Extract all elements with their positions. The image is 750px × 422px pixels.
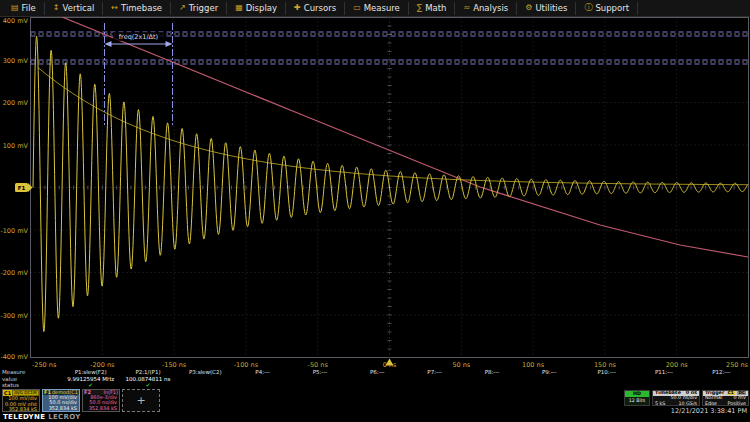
trace-descriptor-f1[interactable]: F1demod(C1)100 mV/div50.0 ns/div352,834 … bbox=[42, 389, 80, 412]
measure-header-p9[interactable]: P9:--- bbox=[521, 370, 578, 377]
menu-item-display[interactable]: ▦Display bbox=[227, 2, 286, 15]
zero-level-marker[interactable]: F1 bbox=[15, 183, 33, 192]
measure-header-p3[interactable]: P3:slew(C2) bbox=[177, 370, 234, 377]
timebase-samples: 5 kS bbox=[655, 402, 665, 406]
cursor-readout-label: freq(2x1/Δt) bbox=[119, 33, 158, 41]
x-axis-label: -150 ns bbox=[162, 361, 187, 369]
support-icon: ⓘ bbox=[584, 4, 592, 12]
cursors-icon: ✚ bbox=[294, 4, 301, 12]
menu-label: Display bbox=[246, 4, 277, 13]
arrowhead-right-icon bbox=[166, 41, 173, 47]
measure-status-p3 bbox=[177, 383, 234, 389]
timebase-rate: 10 GS/s bbox=[678, 402, 697, 406]
measure-status-p11 bbox=[635, 383, 692, 389]
utilities-icon: ⚙ bbox=[525, 4, 532, 12]
bottom-panel: MeasureP1:slew(F2)P2:1/(P1)P3:slew(C2)P4… bbox=[0, 370, 750, 422]
x-axis-label: -50 ns bbox=[308, 361, 329, 369]
trace-descriptor-c1[interactable]: C1AVG DC1M100 mV/div0.00 mV ofst352,834 … bbox=[2, 389, 40, 412]
trace-f1-envelope bbox=[38, 68, 748, 185]
x-axis-label: 250 ns bbox=[726, 361, 749, 369]
menu-item-trigger[interactable]: ↗Trigger bbox=[171, 2, 227, 15]
clock-timestamp: 12/21/2021 3:38:41 PM bbox=[671, 407, 747, 415]
menu-label: Measure bbox=[364, 4, 400, 13]
timebase-icon: ↔ bbox=[111, 4, 118, 12]
acquisition-row: HD 12 Bits Timebase 0 ns 50.0 ns/div 5 k… bbox=[624, 390, 749, 406]
svg-text:F1: F1 bbox=[18, 185, 26, 191]
brand-teledyne: TELEDYNE bbox=[3, 413, 45, 421]
menu-item-file[interactable]: ▤File bbox=[3, 2, 45, 15]
display-icon: ▦ bbox=[235, 4, 243, 12]
measure-status-p10 bbox=[578, 383, 635, 389]
vertical-icon: ↕ bbox=[53, 4, 60, 12]
measure-status-p7 bbox=[406, 383, 463, 389]
y-axis-label: -300 mV bbox=[0, 312, 28, 320]
measure-header-p6[interactable]: P6:--- bbox=[349, 370, 406, 377]
menu-item-analysis[interactable]: ≈Analysis bbox=[455, 2, 517, 15]
y-axis-label: 200 mV bbox=[3, 99, 29, 107]
add-trace-button[interactable]: + bbox=[122, 389, 160, 412]
measure-status-p6 bbox=[349, 383, 406, 389]
measure-header-p12[interactable]: P12:--- bbox=[693, 370, 750, 377]
measure-header-p1[interactable]: P1:slew(F2) bbox=[62, 370, 119, 377]
trigger-level: 0 mV bbox=[733, 396, 746, 401]
file-icon: ▤ bbox=[11, 4, 19, 12]
menu-item-timebase[interactable]: ↔Timebase bbox=[103, 2, 171, 15]
y-axis-label: 300 mV bbox=[3, 57, 29, 65]
trace-descriptor-f2[interactable]: F2ln(F1)860e-3/div50.0 ns/div352,834 kS bbox=[82, 389, 120, 412]
measure-status-p8 bbox=[463, 383, 520, 389]
y-axis-label: 400 mV bbox=[3, 17, 29, 25]
oscilloscope-screen: ▤File↕Vertical↔Timebase↗Trigger▦Display✚… bbox=[0, 0, 750, 422]
measure-header-p5[interactable]: P5:--- bbox=[291, 370, 348, 377]
menu-label: Trigger bbox=[189, 4, 218, 13]
menu-item-support[interactable]: ⓘSupport bbox=[576, 2, 638, 15]
measure-header-p2[interactable]: P2:1/(P1) bbox=[119, 370, 176, 377]
hd-mode-box[interactable]: HD 12 Bits bbox=[624, 390, 650, 406]
x-axis-label: -200 ns bbox=[90, 361, 115, 369]
menu-label: Utilities bbox=[535, 4, 567, 13]
x-axis-label: 100 ns bbox=[522, 361, 545, 369]
measure-table: MeasureP1:slew(F2)P2:1/(P1)P3:slew(C2)P4… bbox=[0, 370, 750, 389]
brand-lecroy: LECROY bbox=[48, 413, 80, 421]
menu-item-math[interactable]: ∑Math bbox=[409, 2, 456, 15]
hd-bits-label: 12 Bits bbox=[629, 399, 646, 404]
trace-setting-2: 352,834 kS bbox=[5, 407, 37, 412]
menu-label: File bbox=[22, 4, 36, 13]
menu-label: Analysis bbox=[473, 4, 508, 13]
waveform-grid: freq(2x1/Δt)400 mV300 mV200 mV100 mV-100… bbox=[0, 17, 750, 370]
arrowhead-left-icon bbox=[105, 41, 112, 47]
menu-item-measure[interactable]: ▭Measure bbox=[345, 2, 409, 15]
measure-status-p9 bbox=[521, 383, 578, 389]
trace-descriptor-row: C1AVG DC1M100 mV/div0.00 mV ofst352,834 … bbox=[2, 389, 160, 412]
trigger-mode: Normal bbox=[705, 396, 722, 401]
menu-label: Support bbox=[595, 4, 629, 13]
timebase-box[interactable]: Timebase 0 ns 50.0 ns/div 5 kS 10 GS/s bbox=[652, 390, 700, 406]
trace-f2-ln bbox=[62, 17, 748, 257]
x-axis-label: -100 ns bbox=[234, 361, 259, 369]
menu-bar: ▤File↕Vertical↔Timebase↗Trigger▦Display✚… bbox=[0, 0, 750, 17]
x-axis-label: 200 ns bbox=[666, 361, 689, 369]
measure-header-p7[interactable]: P7:--- bbox=[406, 370, 463, 377]
menu-item-utilities[interactable]: ⚙Utilities bbox=[517, 2, 576, 15]
y-axis-label: -400 mV bbox=[0, 353, 28, 361]
menu-label: Timebase bbox=[121, 4, 162, 13]
x-axis-label: -250 ns bbox=[32, 361, 57, 369]
menu-item-vertical[interactable]: ↕Vertical bbox=[45, 2, 104, 15]
trigger-box[interactable]: Trigger C1 DC Normal 0 mV Edge Positive bbox=[702, 390, 749, 406]
measure-header-p8[interactable]: P8:--- bbox=[463, 370, 520, 377]
measure-header-p4[interactable]: P4:--- bbox=[234, 370, 291, 377]
measure-header-p10[interactable]: P10:--- bbox=[578, 370, 635, 377]
menu-label: Cursors bbox=[304, 4, 336, 13]
menu-label: Vertical bbox=[63, 4, 95, 13]
x-axis-label: 150 ns bbox=[594, 361, 617, 369]
measure-icon: ▭ bbox=[353, 4, 361, 12]
menu-item-cursors[interactable]: ✚Cursors bbox=[286, 2, 345, 15]
measure-status-p5 bbox=[291, 383, 348, 389]
brand-logo: TELEDYNELECROY bbox=[3, 414, 81, 421]
measure-status-p12 bbox=[693, 383, 750, 389]
trace-setting-2: 352,834 kS bbox=[45, 406, 77, 411]
measure-header-p11[interactable]: P11:--- bbox=[635, 370, 692, 377]
trigger-slope: Positive bbox=[728, 402, 747, 406]
measure-status-p4 bbox=[234, 383, 291, 389]
y-axis-label: -100 mV bbox=[0, 227, 28, 235]
y-axis-label: -200 mV bbox=[0, 269, 28, 277]
